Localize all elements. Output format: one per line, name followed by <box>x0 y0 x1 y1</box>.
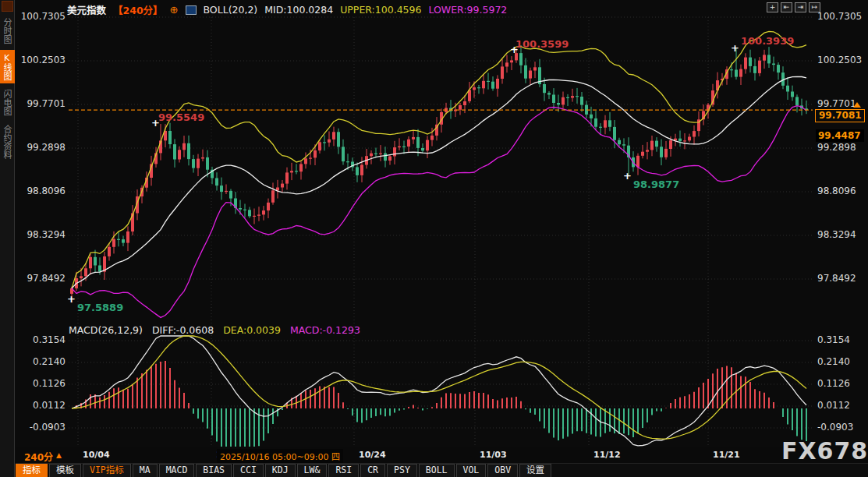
swing-price-label: 100.3599 <box>515 38 569 50</box>
toolbar-item-LW&[interactable]: LW& <box>297 464 328 477</box>
y-axis-label-left: 100.7305 <box>19 11 66 22</box>
reference-price-tag: 99.4487 <box>816 129 864 142</box>
indicator-toolbar: 指标模板VIP指标MAMACDBIASCCIKDJLW&RSICRPSYBOLL… <box>16 463 868 477</box>
macd-axis-label-right: 0.1126 <box>817 378 864 389</box>
y-axis-label-left: 99.7701 <box>19 98 66 109</box>
swing-price-label: 99.5549 <box>158 111 204 123</box>
y-axis-label-left: 98.3294 <box>19 229 66 240</box>
sidebar-item-分时图[interactable]: 分时图 <box>0 15 15 47</box>
macd-axis-label-right: 0.3154 <box>817 334 864 345</box>
sidebar-item-K线图[interactable]: K线图 <box>0 50 15 83</box>
macd-axis-label-left: -0.0903 <box>19 422 66 433</box>
swing-price-label: 98.9877 <box>633 178 679 190</box>
date-tick: 11/12 <box>593 450 621 460</box>
chart-mode-tabs: 分时图K线图闪电图合约资料 <box>0 15 14 162</box>
macd-axis-label-left: 0.1126 <box>19 378 66 389</box>
swing-marker-icon: + <box>731 42 739 54</box>
candlestick-chart-canvas <box>0 0 868 477</box>
crosshair-icon[interactable]: + <box>767 2 778 12</box>
macd-bar-value: MACD:-0.1293 <box>290 324 360 336</box>
swing-price-label: 100.3939 <box>741 35 794 47</box>
toolbar-item-模板[interactable]: 模板 <box>49 464 81 477</box>
y-axis-label-right: 99.2898 <box>817 142 864 153</box>
toolbar-item-VIP指标[interactable]: VIP指标 <box>83 464 131 477</box>
link-circle-icon[interactable]: ⊕ <box>170 4 179 16</box>
symbol-title: 美元指数 <box>67 2 106 17</box>
swing-price-label: 97.5889 <box>77 302 123 313</box>
y-axis-label-left: 100.2503 <box>19 55 66 65</box>
current-price-tag: 99.7081 <box>815 109 865 122</box>
left-sidebar: 分时图K线图闪电图合约资料 <box>0 0 15 477</box>
interval-label[interactable]: 240分 <box>24 450 53 463</box>
macd-diff-value: DIFF:-0.0608 <box>152 324 214 336</box>
toolbar-item-CR[interactable]: CR <box>360 464 385 477</box>
toolbar-item-OBV[interactable]: OBV <box>487 464 518 477</box>
macd-axis-label-right: 0.0112 <box>817 400 864 411</box>
boll-mid-value: MID:100.0284 <box>264 4 333 16</box>
x-axis-row: 240分 ▲ 10/0410/1510/2411/0311/1211/21 20… <box>16 447 868 463</box>
swing-marker-icon: + <box>510 44 519 55</box>
sidebar-item-合约资料[interactable]: 合约资料 <box>0 122 15 162</box>
bar-tooltip: 2025/10/16 05:00~09:00 四 <box>217 449 343 463</box>
macd-dea-value: DEA:0.0039 <box>223 324 281 336</box>
macd-header: MACD(26,12,9) DIFF:-0.0608 DEA:0.0039 MA… <box>69 324 360 336</box>
toolbar-item-PSY[interactable]: PSY <box>387 464 417 477</box>
macd-axis-label-left: 0.3154 <box>19 334 66 345</box>
y-axis-label-right: 98.8096 <box>817 186 864 196</box>
date-tick: 11/03 <box>480 450 507 460</box>
macd-axis-label-right: -0.0903 <box>817 422 864 433</box>
date-tick: 11/21 <box>713 450 740 460</box>
y-axis-label-left: 97.8492 <box>19 273 66 284</box>
macd-axis-label-left: 0.2140 <box>19 356 66 367</box>
shift-right-icon[interactable]: ⇥ <box>795 2 806 12</box>
period-badge[interactable]: 【240分】 <box>113 2 163 17</box>
toolbar-item-设置[interactable]: 设置 <box>519 464 551 477</box>
toolbar-item-BIAS[interactable]: BIAS <box>196 464 232 477</box>
macd-axis-label-right: 0.2140 <box>817 356 864 367</box>
sidebar-item-闪电图[interactable]: 闪电图 <box>0 87 15 118</box>
chart-header: 美元指数 【240分】 ⊕ BOLL(20,2) MID:100.0284 UP… <box>67 2 507 17</box>
date-tick: 10/04 <box>83 450 110 460</box>
toolbar-item-KDJ[interactable]: KDJ <box>265 464 296 477</box>
price-up-arrow-icon <box>853 102 861 108</box>
y-axis-label-right: 98.3294 <box>817 229 864 240</box>
toolbar-item-MA[interactable]: MA <box>133 464 158 477</box>
y-axis-label-right: 97.8492 <box>817 273 864 284</box>
trading-app-window: 分时图K线图闪电图合约资料 美元指数 【240分】 ⊕ BOLL(20,2) M… <box>0 0 868 477</box>
y-axis-label-right: 100.2503 <box>817 55 864 65</box>
boll-lower-value: LOWER:99.5972 <box>428 4 507 16</box>
app-icon[interactable] <box>2 1 13 12</box>
toolbar-item-MACD[interactable]: MACD <box>159 464 195 477</box>
toolbar-item-RSI[interactable]: RSI <box>328 464 359 477</box>
y-axis-label-right: 100.7305 <box>817 11 864 22</box>
boll-indicator-label: BOLL(20,2) <box>204 4 258 16</box>
swing-marker-icon: + <box>623 170 632 182</box>
toolbar-item-指标[interactable]: 指标 <box>16 464 48 477</box>
y-axis-label-left: 99.2898 <box>19 142 66 153</box>
swing-marker-icon: + <box>151 117 160 129</box>
macd-indicator-label: MACD(26,12,9) <box>69 324 143 336</box>
toolbar-item-BOLL[interactable]: BOLL <box>419 464 455 477</box>
pan-right-icon[interactable]: ↦ <box>809 2 820 12</box>
interval-dropdown-icon[interactable]: ▲ <box>56 451 62 459</box>
toolbar-item-CCI[interactable]: CCI <box>233 464 264 477</box>
y-axis-label-left: 98.8096 <box>19 186 66 196</box>
macd-axis-label-left: 0.0112 <box>19 400 66 411</box>
swing-marker-icon: + <box>67 293 76 305</box>
shift-left-icon[interactable]: ⇤ <box>781 2 792 12</box>
chart-window-buttons: +⇤⇥↦ <box>767 2 820 12</box>
watermark-logo: FX678 <box>781 437 868 465</box>
boll-upper-value: UPPER:100.4596 <box>340 4 421 16</box>
chart-type-icon[interactable] <box>186 5 197 15</box>
date-tick: 10/24 <box>359 450 386 460</box>
toolbar-item-VOL[interactable]: VOL <box>456 464 487 477</box>
